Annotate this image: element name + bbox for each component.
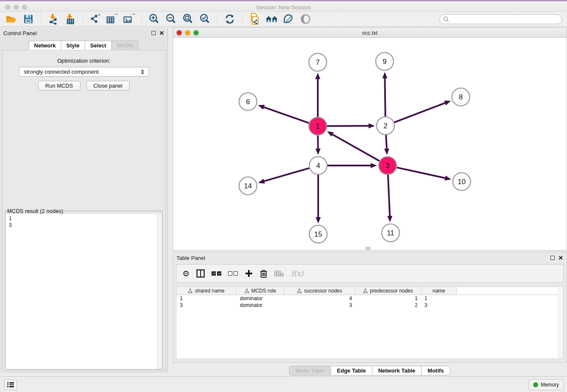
- graph-edge-3-10[interactable]: [396, 168, 446, 178]
- graph-arrowhead-3-1: [327, 131, 334, 137]
- graph-edge-2-3[interactable]: [386, 135, 387, 149]
- export-table-icon[interactable]: [106, 13, 118, 25]
- run-mcds-button[interactable]: Run MCDS: [38, 81, 80, 91]
- import-table-icon[interactable]: [64, 13, 77, 25]
- memory-button[interactable]: Memory: [528, 379, 564, 390]
- settings-gear-icon[interactable]: ⚙: [182, 268, 190, 279]
- zoom-out-icon[interactable]: [165, 13, 177, 25]
- column-header-successor-nodes[interactable]: successor nodes: [284, 287, 355, 295]
- column-header-shared-name[interactable]: shared name: [176, 287, 237, 295]
- deselect-all-rows-icon[interactable]: [228, 268, 238, 279]
- graph-node-label-6: 6: [246, 98, 250, 106]
- tab-edge-table[interactable]: Edge Table: [330, 366, 372, 375]
- delete-column-icon[interactable]: [260, 268, 267, 279]
- table-cell[interactable]: 4: [284, 295, 355, 302]
- mcds-result-item: 3: [9, 222, 154, 229]
- table-cell[interactable]: 3: [421, 302, 457, 309]
- tab-network[interactable]: Network: [29, 41, 61, 50]
- export-network-icon[interactable]: [89, 13, 102, 25]
- function-builder-icon[interactable]: f(x): [291, 268, 303, 279]
- table-cell[interactable]: 3: [176, 302, 237, 309]
- select-all-rows-icon[interactable]: [212, 268, 221, 279]
- zoom-in-icon[interactable]: [148, 13, 160, 25]
- column-header-name[interactable]: name: [421, 287, 457, 295]
- mcds-result-item: 1: [9, 215, 154, 222]
- mcds-result-scrollbar[interactable]: [157, 214, 162, 369]
- zoom-selected-icon[interactable]: [198, 13, 211, 25]
- network-window-title: scc.txt: [173, 28, 567, 38]
- search-input[interactable]: [449, 16, 558, 22]
- graph-edge-4-14[interactable]: [264, 168, 309, 181]
- graph-edge-3-11[interactable]: [388, 175, 390, 217]
- graph-arrowhead-1-2: [369, 123, 375, 128]
- optimization-criterion-label: Optimization criterion:: [0, 58, 168, 64]
- graph-arrowhead-4-15: [316, 217, 321, 224]
- column-header-predecessor-nodes[interactable]: predecessor nodes: [355, 287, 421, 295]
- graph-arrowhead-1-4: [316, 149, 321, 155]
- column-header-label: MCDS role: [251, 288, 276, 294]
- zoom-fit-icon[interactable]: [182, 13, 194, 25]
- canvas-resize-grip[interactable]: [366, 247, 370, 250]
- table-panel-float-icon[interactable]: [550, 256, 555, 260]
- add-column-icon[interactable]: [245, 268, 253, 279]
- tab-select[interactable]: Select: [85, 41, 112, 50]
- tab-network-table[interactable]: Network Table: [372, 366, 422, 375]
- graph-edge-1-2[interactable]: [327, 126, 369, 126]
- table-tabs: Node Table Edge Table Network Table Moti…: [289, 366, 450, 375]
- mcds-result-title: MCDS result (2 nodes): [6, 208, 64, 214]
- first-neighbors-icon[interactable]: [265, 13, 278, 25]
- toolbar-separator: [83, 13, 83, 25]
- table-body: 1dominator4113dominator323: [176, 295, 563, 309]
- table-panel-close-icon[interactable]: ✕: [558, 256, 563, 260]
- control-panel-float-icon[interactable]: [151, 31, 156, 35]
- show-graphics-details-icon[interactable]: [282, 13, 295, 25]
- graph-arrowhead-4-3: [371, 163, 377, 168]
- clone-network-icon[interactable]: [248, 13, 261, 25]
- table-cell[interactable]: 2: [355, 302, 421, 309]
- graph-edge-2-9[interactable]: [385, 77, 385, 116]
- delete-table-icon[interactable]: [274, 268, 284, 279]
- optimization-criterion-value: strongly connected component: [24, 69, 99, 75]
- table-cell[interactable]: 1: [176, 295, 237, 302]
- column-header-MCDS-role[interactable]: MCDS role: [237, 287, 284, 295]
- window-titlebar: Session: New Session: [0, 0, 567, 12]
- tab-node-table[interactable]: Node Table: [289, 366, 331, 375]
- status-bar: Memory: [0, 376, 567, 392]
- import-network-icon[interactable]: [47, 13, 60, 25]
- graph-arrowhead-1-7: [315, 73, 320, 79]
- graph-node-label-1: 1: [316, 122, 319, 130]
- graph-edge-1-6[interactable]: [263, 107, 309, 123]
- network-canvas[interactable]: 7968124314101511: [173, 38, 567, 250]
- table-panel: Table Panel ✕ ⚙ f(x) shared nameMCDS rol…: [173, 252, 567, 363]
- graph-edge-3-1[interactable]: [332, 134, 380, 161]
- table-cell[interactable]: dominator: [237, 295, 284, 302]
- tab-style[interactable]: Style: [61, 41, 85, 50]
- table-cell[interactable]: 1: [355, 295, 421, 302]
- tab-mcds[interactable]: MCDS: [111, 41, 138, 50]
- tab-motifs[interactable]: Motifs: [421, 366, 450, 375]
- refresh-icon[interactable]: [223, 13, 236, 25]
- table-row[interactable]: 1dominator411: [176, 295, 563, 302]
- save-session-icon[interactable]: [22, 13, 35, 25]
- network-window-titlebar[interactable]: × − + scc.txt: [173, 28, 567, 38]
- graph-node-label-8: 8: [459, 93, 462, 101]
- birds-eye-view-icon[interactable]: [299, 13, 312, 25]
- toggle-column-icon[interactable]: [196, 268, 205, 279]
- control-panel-close-icon[interactable]: ✕: [159, 31, 164, 35]
- search-box[interactable]: [439, 14, 562, 24]
- table-cell[interactable]: 3: [284, 302, 355, 309]
- close-panel-button[interactable]: Close panel: [86, 81, 130, 91]
- open-session-icon[interactable]: [5, 13, 18, 25]
- table-cell[interactable]: 1: [421, 295, 457, 302]
- graph-arrowhead-2-9: [383, 72, 388, 78]
- optimization-criterion-select[interactable]: strongly connected component: [19, 67, 149, 77]
- table-cell[interactable]: dominator: [237, 302, 284, 309]
- export-image-icon[interactable]: [123, 13, 135, 25]
- graph-edge-2-8[interactable]: [394, 103, 446, 123]
- graph-node-label-14: 14: [244, 182, 252, 190]
- task-history-button[interactable]: [4, 380, 17, 390]
- table-row[interactable]: 3dominator323: [176, 302, 563, 309]
- graph-arrowhead-1-6: [258, 105, 265, 110]
- table-scrollbar[interactable]: [558, 287, 563, 359]
- main-toolbar: [0, 12, 567, 27]
